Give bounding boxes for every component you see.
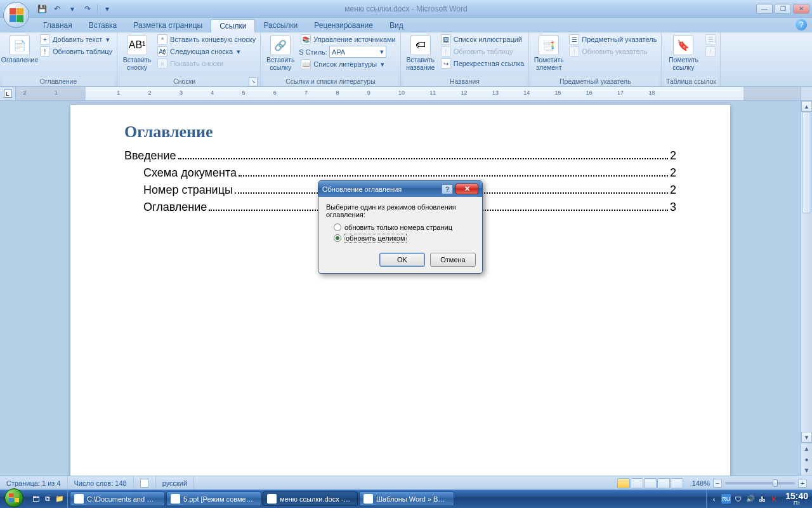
scroll-up-button[interactable]: ▲: [801, 101, 812, 112]
bibliography-button[interactable]: 📖Список литературы▾: [299, 58, 397, 70]
qat-separator: [97, 4, 98, 14]
qat-save[interactable]: 💾: [35, 3, 49, 15]
page[interactable]: Оглавление Введение2Схема документа2Номе…: [70, 105, 730, 476]
document-scroll[interactable]: Оглавление Введение2Схема документа2Номе…: [0, 101, 801, 476]
tab-references[interactable]: Ссылки: [211, 19, 255, 32]
qat-customize[interactable]: ▾: [100, 3, 114, 15]
tab-page-layout[interactable]: Разметка страницы: [125, 19, 211, 32]
footnotes-dialog-launcher[interactable]: ↘: [249, 77, 258, 86]
show-footnotes-icon: ≡: [157, 58, 167, 69]
ribbon-tabs: Главная Вставка Разметка страницы Ссылки…: [0, 18, 812, 32]
citation-style-select[interactable]: APA▾: [329, 46, 386, 58]
status-page[interactable]: Страница: 1 из 4: [0, 476, 68, 490]
tray-expand-icon[interactable]: ‹: [709, 494, 719, 504]
insert-index-button[interactable]: ☰Предметный указатель: [567, 34, 658, 45]
insert-index-label: Предметный указатель: [582, 36, 657, 43]
cancel-button[interactable]: Отмена: [430, 253, 476, 267]
radio-update-entire[interactable]: обновить целиком: [326, 232, 475, 244]
tab-review[interactable]: Рецензирование: [306, 19, 381, 32]
status-word-count[interactable]: Число слов: 148: [68, 476, 134, 490]
browse-object-button[interactable]: ●: [801, 454, 812, 465]
view-full-screen[interactable]: [631, 478, 643, 488]
maximize-button[interactable]: ❐: [775, 4, 791, 14]
toc-button[interactable]: 📄 Оглавление: [3, 34, 37, 65]
help-button[interactable]: ?: [796, 19, 807, 30]
tab-view[interactable]: Вид: [381, 19, 412, 32]
office-button[interactable]: [3, 2, 29, 28]
task-label: 5.ppt [Режим совме…: [183, 495, 253, 503]
endnote-icon: ᴬ: [157, 34, 167, 44]
dialog-titlebar[interactable]: Обновление оглавления ? ✕: [318, 181, 482, 197]
ql-app[interactable]: 📁: [54, 493, 65, 505]
tray-av-icon[interactable]: K: [769, 494, 779, 504]
zoom-slider[interactable]: [725, 482, 795, 485]
insert-caption-button[interactable]: 🏷 Вставить название: [403, 34, 438, 72]
table-of-figures-button[interactable]: 🖼Список иллюстраций: [439, 34, 527, 45]
start-button[interactable]: [0, 490, 28, 508]
view-draft[interactable]: [671, 478, 683, 488]
tab-home[interactable]: Главная: [35, 19, 81, 32]
ruler-end: [801, 87, 812, 100]
insert-citation-button[interactable]: 🔗 Вставить ссылку: [263, 34, 298, 72]
group-toc: 📄 Оглавление +Добавить текст▾ !Обновить …: [0, 32, 117, 86]
qat-undo-menu[interactable]: ▾: [65, 3, 79, 15]
taskbar-item[interactable]: 5.ppt [Режим совме…: [166, 491, 261, 506]
mark-entry-button[interactable]: 📑 Пометить элемент: [532, 34, 566, 72]
ok-button[interactable]: OK: [379, 253, 425, 267]
tab-mailings[interactable]: Рассылки: [255, 19, 306, 32]
ql-switch-windows[interactable]: ⧉: [42, 493, 53, 505]
update-toc-label: Обновить таблицу: [53, 48, 112, 55]
qat-undo[interactable]: ↶: [50, 3, 64, 15]
tabstop-selector[interactable]: L: [0, 87, 16, 100]
zoom-value[interactable]: 148%: [692, 479, 710, 487]
zoom-in-button[interactable]: +: [798, 479, 807, 488]
insert-toa-button: ☰: [704, 34, 717, 45]
insert-endnote-button[interactable]: ᴬВставить концевую сноску: [155, 34, 258, 45]
taskbar-item[interactable]: C:\Documents and …: [70, 491, 165, 506]
taskbar-clock[interactable]: 15:40 Пт: [782, 491, 812, 506]
toc-row[interactable]: Введение2: [124, 149, 676, 163]
toc-leader: [239, 175, 668, 177]
toc-row[interactable]: Схема документа2: [124, 166, 676, 180]
tray-shield-icon[interactable]: 🛡: [733, 494, 743, 504]
next-footnote-button[interactable]: A₿Следующая сноска▾: [155, 46, 258, 57]
horizontal-ruler[interactable]: 21123456789101112131415161718: [16, 87, 801, 100]
mark-citation-icon: 🔖: [673, 35, 693, 55]
update-toc-button[interactable]: !Обновить таблицу: [38, 46, 114, 57]
next-page-button[interactable]: ▼: [801, 465, 812, 476]
view-buttons: [613, 478, 687, 488]
mark-citation-button[interactable]: 🔖 Пометить ссылку: [664, 34, 702, 72]
insert-footnote-button[interactable]: AB¹ Вставить сноску: [120, 34, 154, 72]
zoom-thumb[interactable]: [773, 479, 778, 487]
minimize-button[interactable]: —: [756, 4, 773, 14]
taskbar-item[interactable]: меню ссылки.docx -…: [263, 491, 358, 506]
scroll-track[interactable]: [801, 112, 812, 432]
qat-redo[interactable]: ↷: [81, 3, 95, 15]
manage-sources-button[interactable]: 📚Управление источниками: [299, 34, 397, 45]
ql-show-desktop[interactable]: 🗔: [30, 493, 41, 505]
tray-lang-icon[interactable]: RU: [721, 494, 731, 504]
scroll-down-button[interactable]: ▼: [801, 432, 812, 443]
tab-insert[interactable]: Вставка: [81, 19, 126, 32]
vertical-scrollbar[interactable]: ▲ ▼ ▲ ● ▼: [801, 101, 812, 476]
titlebar: 💾 ↶ ▾ ↷ ▾ меню ссылки.docx - Microsoft W…: [0, 0, 812, 18]
close-button[interactable]: ✕: [793, 4, 809, 14]
cross-reference-button[interactable]: ↪Перекрестная ссылка: [439, 58, 527, 69]
dialog-close-button[interactable]: ✕: [455, 184, 478, 194]
view-web-layout[interactable]: [644, 478, 657, 488]
taskbar-item[interactable]: Шаблоны Word » В…: [359, 491, 454, 506]
view-print-layout[interactable]: [617, 478, 630, 488]
status-proofing[interactable]: [134, 476, 156, 490]
zoom-out-button[interactable]: −: [713, 479, 722, 488]
tray-volume-icon[interactable]: 🔊: [745, 494, 755, 504]
tray-network-icon[interactable]: 🖧: [757, 494, 767, 504]
add-text-button[interactable]: +Добавить текст▾: [38, 34, 114, 45]
dialog-help-button[interactable]: ?: [442, 184, 453, 194]
prev-page-button[interactable]: ▲: [801, 443, 812, 454]
scroll-thumb[interactable]: [802, 112, 811, 213]
window-controls: — ❐ ✕: [756, 4, 812, 14]
status-language[interactable]: русский: [156, 476, 194, 490]
view-outline[interactable]: [657, 478, 670, 488]
radio-page-numbers-only[interactable]: обновить только номера страниц: [326, 222, 475, 232]
dialog-body: Выберите один из режимов обновления огла…: [318, 197, 482, 248]
